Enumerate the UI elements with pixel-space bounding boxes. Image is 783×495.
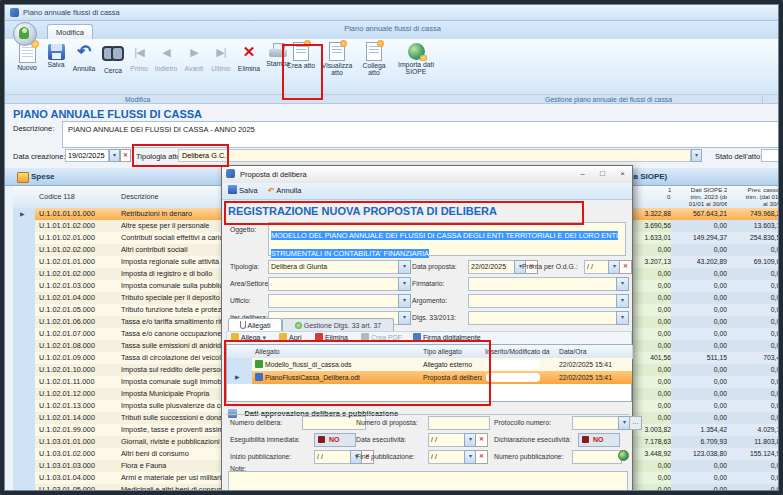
cell-v3: 254.836,53 xyxy=(727,232,779,244)
selected-row-arrow-icon: ▶ xyxy=(13,211,25,217)
cell-cod: U.1.02.01.12.000 xyxy=(35,388,121,400)
tipologia-input[interactable]: Delibera di Giunta xyxy=(268,260,402,274)
gestione-icon xyxy=(295,322,302,329)
allegati-header-inserito-modificato-da[interactable]: Inserito/Modificato da xyxy=(482,345,560,359)
allegati-header-allegato[interactable]: Allegato xyxy=(252,345,424,359)
cell-v3: 0,00 xyxy=(727,472,779,484)
ufficio-input[interactable] xyxy=(268,294,402,308)
numero-pubblicazione-web-icon[interactable] xyxy=(618,450,629,461)
cell-v2: 0,00 xyxy=(671,412,731,424)
dialog-icon xyxy=(226,169,235,178)
attachment-row[interactable]: Modello_flussi_di_cassa.odsAllegato este… xyxy=(227,358,629,371)
allegati-button-allega[interactable]: Allega ▾ xyxy=(231,333,266,343)
protocollo-numero-label: Protocollo numero: xyxy=(494,419,551,426)
cell-v2: 567.643,21 xyxy=(671,208,731,220)
cell-v3: 0,00 xyxy=(727,340,779,352)
fine-pubblicazione-input[interactable]: / / xyxy=(428,450,468,464)
numero-di-proposta-input[interactable] xyxy=(428,416,490,430)
attachment-row[interactable]: ▶PianoFlussiCassa_Delibera.odtProposta d… xyxy=(227,371,629,384)
firmatario-input[interactable] xyxy=(468,277,620,291)
oggetto-textarea[interactable]: MODELLO DEL PIANO ANNUALE DEI FLUSSI DI … xyxy=(268,222,626,256)
allegati-header-tipo-allegato[interactable]: Tipo allegato xyxy=(420,345,486,359)
dialog-title-bar[interactable]: Proposta di delibera – □ × xyxy=(222,166,632,184)
close-icon[interactable]: × xyxy=(614,168,631,180)
cell-cod: U.1.02.01.09.000 xyxy=(35,352,121,364)
cell-v3: 13.603,13 xyxy=(727,220,779,232)
attachment-datetime-cell: 22/02/2025 15:41 xyxy=(556,358,632,371)
allegati-header-data-ora[interactable]: Data/Ora xyxy=(556,345,624,359)
row-selector-cell xyxy=(13,448,36,460)
area-settore-dropdown-icon[interactable]: ▾ xyxy=(398,277,411,291)
pronta-per-odg-label: Pronta per O.d.G.: xyxy=(522,263,578,270)
tipologia-dropdown-icon[interactable]: ▾ xyxy=(398,260,411,274)
maximize-icon[interactable]: □ xyxy=(594,168,611,180)
dlgs-33-2013-input[interactable] xyxy=(468,311,620,325)
allegati-button-elimina[interactable]: Elimina xyxy=(315,333,348,343)
area-settore-input[interactable] xyxy=(268,277,402,291)
cell-v3: 0,00 xyxy=(727,412,779,424)
cell-v2: 0,00 xyxy=(671,316,731,328)
iter-delibera-dropdown-icon[interactable]: ▾ xyxy=(398,311,411,325)
data-esecutivita-input[interactable]: / / xyxy=(428,433,468,447)
cell-v3: 69.109,60 xyxy=(727,256,779,268)
protocollo-numero-browse-button[interactable]: … xyxy=(629,416,642,430)
cell-v2: 0,00 xyxy=(671,400,731,412)
data-esecutivita-clear-icon[interactable]: ✕ xyxy=(475,433,488,447)
cell-v3: 0,00 xyxy=(727,268,779,280)
allegati-button-apri[interactable]: Apri xyxy=(279,333,301,343)
row-selector-cell xyxy=(13,472,36,484)
lock-icon xyxy=(318,436,325,443)
attachment-type-cell: Proposta di delibera xyxy=(420,371,485,384)
cell-v3: 4.029,17 xyxy=(727,424,779,436)
cell-v3: 0,00 xyxy=(727,484,779,491)
protocollo-numero-input[interactable] xyxy=(572,416,622,430)
cell-cod: U.1.02.01.10.000 xyxy=(35,364,121,376)
cell-v2: 0,00 xyxy=(671,364,731,376)
row-selector-cell xyxy=(13,376,36,388)
cell-v2: 43.202,89 xyxy=(671,256,731,268)
note-textarea[interactable] xyxy=(228,471,628,491)
row-selector-cell xyxy=(13,412,36,424)
numero-pubblicazione-input[interactable] xyxy=(572,450,622,464)
cell-v2: 6.709,93 xyxy=(671,436,731,448)
tab-allegati[interactable]: Allegati xyxy=(228,318,282,332)
cell-v3: 0,00 xyxy=(727,280,779,292)
cell-cod: U.1.02.01.08.000 xyxy=(35,340,121,352)
allegati-button-firma-digitalmente[interactable]: Firma digitalmente xyxy=(413,333,481,343)
argomento-dropdown-icon[interactable]: ▾ xyxy=(616,294,629,308)
cell-cod: U.1.02.01.05.000 xyxy=(35,304,121,316)
row-selector-cell xyxy=(13,256,36,268)
dlgs-33-2013-dropdown-icon[interactable]: ▾ xyxy=(616,311,629,325)
cell-v3: 0,00 xyxy=(727,400,779,412)
dialog-save-button[interactable]: Salva xyxy=(228,185,258,197)
cell-v3: 0,00 xyxy=(727,364,779,376)
cell-cod: U.1.01.02.02.000 xyxy=(35,244,121,256)
ufficio-dropdown-icon[interactable]: ▾ xyxy=(398,294,411,308)
eseguibilita-immediata-label: Eseguibilità immediata: xyxy=(230,436,300,443)
cell-cod: U.1.02.01.07.000 xyxy=(35,328,121,340)
screenshot-frame: Piano annuale flussi di cassa Modifica P… xyxy=(0,0,783,495)
app-menu-orb[interactable] xyxy=(13,22,37,46)
allegati-grid: AllegatoTipo allegatoInserito/Modificato… xyxy=(226,344,632,402)
dlgs-33-2013-label: Dlgs. 33/2013: xyxy=(412,314,456,321)
inizio-pubblicazione-input[interactable]: / / xyxy=(314,450,354,464)
fine-pubblicazione-clear-icon[interactable]: ✕ xyxy=(475,450,488,464)
pronta-per-odg-clear-icon[interactable]: ✕ xyxy=(619,260,632,274)
firmatario-dropdown-icon[interactable]: ▾ xyxy=(616,277,629,291)
cell-v3: 11.803,84 xyxy=(727,436,779,448)
cell-v2: 1.354,42 xyxy=(671,424,731,436)
redacted-author-blob xyxy=(486,373,540,382)
cell-v3: 749.968,21 xyxy=(727,208,779,220)
dichiarazione-esecutivita-toggle[interactable]: NO xyxy=(578,433,620,447)
row-selector-cell xyxy=(13,340,36,352)
dialog-annulla-button[interactable]: ↶Annulla xyxy=(268,185,301,197)
argomento-input[interactable] xyxy=(468,294,620,308)
minimize-icon[interactable]: – xyxy=(574,168,591,180)
cell-cod: U.1.01.01.02.000 xyxy=(35,220,121,232)
cell-cod: U.1.02.01.04.000 xyxy=(35,292,121,304)
data-proposta-input[interactable]: 22/02/2025 xyxy=(468,260,518,274)
row-selector-cell xyxy=(13,400,36,412)
tab-gestione-dlgs-33-art-37[interactable]: Gestione Dlgs. 33 art. 37 xyxy=(282,318,394,332)
allegati-header-blank[interactable] xyxy=(620,345,633,359)
eseguibilita-immediata-toggle[interactable]: NO xyxy=(314,433,356,447)
